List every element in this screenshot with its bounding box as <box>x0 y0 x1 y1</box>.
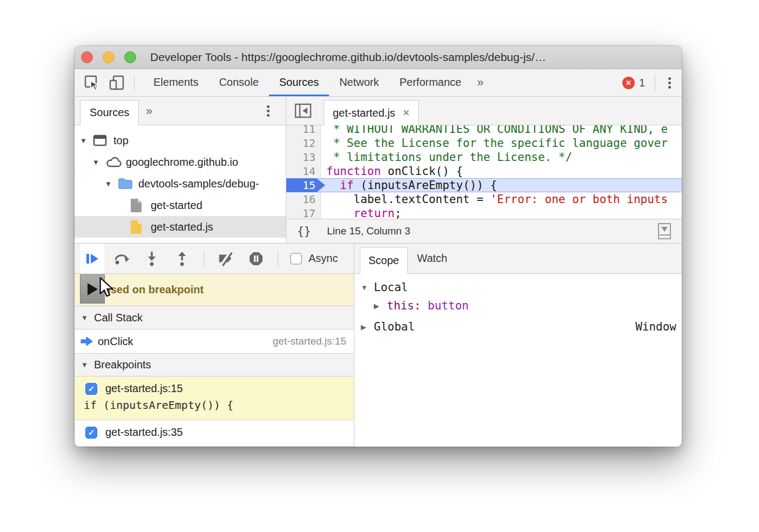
expand-arrow-icon[interactable]: ▼ <box>105 180 118 188</box>
debugger-area: Async Paused on breakpoint ▼ Call Stack … <box>75 243 682 447</box>
breakpoint-source-line: if (inputsAreEmpty()) { <box>84 398 347 412</box>
debugger-toolbar: Async <box>75 244 354 274</box>
code-line-12[interactable]: 12 * See the License for the specific la… <box>286 136 682 150</box>
breakpoint-checkbox[interactable] <box>85 427 97 439</box>
zoom-window-button[interactable] <box>124 51 136 63</box>
minimize-window-button[interactable] <box>103 51 115 63</box>
resume-icon <box>85 253 99 265</box>
more-panels-icon[interactable]: » <box>472 76 489 90</box>
more-navigator-tabs-icon[interactable]: » <box>140 97 158 125</box>
call-stack-header[interactable]: ▼ Call Stack <box>75 306 354 329</box>
expand-arrow-icon[interactable]: ▶ <box>374 302 387 310</box>
paused-banner: Paused on breakpoint <box>75 274 354 306</box>
code-line-11[interactable]: 11 * WITHOUT WARRANTIES OR CONDITIONS OF… <box>286 125 682 136</box>
file-icon <box>130 198 151 213</box>
line-number[interactable]: 16 <box>286 192 321 206</box>
code-lines: 11 * WITHOUT WARRANTIES OR CONDITIONS OF… <box>286 125 682 219</box>
step-over-button[interactable] <box>113 250 130 267</box>
collapse-icon: ▼ <box>81 361 94 369</box>
file-tree: ▼top▼googlechrome.github.io▼devtools-sam… <box>75 125 286 238</box>
tab-performance[interactable]: Performance <box>389 69 472 96</box>
expand-arrow-icon[interactable]: ▶ <box>361 323 374 331</box>
device-toolbar-icon[interactable] <box>108 74 125 91</box>
scope-entry-this[interactable]: ▶this: button <box>354 297 682 315</box>
code-editor[interactable]: 11 * WITHOUT WARRANTIES OR CONDITIONS OF… <box>286 125 682 219</box>
tab-elements[interactable]: Elements <box>143 69 209 96</box>
code-text: if (inputsAreEmpty()) { <box>325 178 682 192</box>
scope-name: Local <box>374 281 408 294</box>
error-icon[interactable] <box>622 77 635 89</box>
breakpoint-location: get-started.js:15 <box>105 382 183 395</box>
line-number[interactable]: 12 <box>286 136 321 150</box>
code-line-17[interactable]: 17 return; <box>286 206 682 219</box>
breakpoint-row: get-started.js:15 <box>85 382 347 395</box>
scope-entry-global[interactable]: ▶GlobalWindow <box>354 318 682 336</box>
expand-panel-icon[interactable] <box>658 223 671 239</box>
inspect-element-icon[interactable] <box>83 74 100 91</box>
editor-tab-get-started-js[interactable]: get-started.js × <box>324 100 419 125</box>
line-number[interactable]: 11 <box>286 125 321 136</box>
tree-item-googlechrome-github-io[interactable]: ▼googlechrome.github.io <box>75 151 286 173</box>
code-text: label.textContent = 'Error: one or both … <box>321 192 682 206</box>
expand-arrow-icon[interactable]: ▼ <box>92 158 105 166</box>
tree-item-get-started[interactable]: get-started <box>75 194 286 216</box>
code-line-16[interactable]: 16 label.textContent = 'Error: one or bo… <box>286 192 682 206</box>
step-into-button[interactable] <box>143 250 160 267</box>
main-menu-icon[interactable] <box>668 82 671 84</box>
breakpoint-item[interactable]: get-started.js:35 <box>75 420 354 447</box>
resume-script-button[interactable] <box>80 244 104 273</box>
frame-location: get-started.js:15 <box>273 335 346 347</box>
close-window-button[interactable] <box>81 51 93 63</box>
breakpoint-checkbox[interactable] <box>85 383 97 395</box>
async-checkbox[interactable] <box>290 253 302 265</box>
call-stack-frame[interactable]: onClickget-started.js:15 <box>75 329 354 353</box>
titlebar[interactable]: Developer Tools - https://googlechrome.g… <box>75 46 682 69</box>
expand-arrow-icon[interactable]: ▼ <box>361 284 374 292</box>
line-number[interactable]: 17 <box>286 206 321 219</box>
scope-entry-local[interactable]: ▼Local <box>354 278 682 297</box>
pause-on-exceptions-button[interactable] <box>247 250 265 267</box>
tree-item-label: get-started <box>151 199 203 212</box>
navigator-menu-icon[interactable] <box>267 110 270 112</box>
line-number[interactable]: 13 <box>286 150 321 164</box>
scope-content: ▼Local▶this: button▶GlobalWindow <box>354 274 682 336</box>
toggle-sidebar-icon[interactable] <box>294 102 312 120</box>
devtools-window: Developer Tools - https://googlechrome.g… <box>75 46 682 447</box>
breakpoints-header[interactable]: ▼ Breakpoints <box>75 353 354 376</box>
deactivate-breakpoints-button[interactable] <box>217 250 234 267</box>
tree-item-devtools-samples-debug-[interactable]: ▼devtools-samples/debug- <box>75 173 286 194</box>
scope-watch-pane: ScopeWatch ▼Local▶this: button▶GlobalWin… <box>354 244 682 447</box>
tree-item-get-started-js[interactable]: get-started.js <box>75 216 286 238</box>
scope-value: Window <box>635 320 676 333</box>
code-line-14[interactable]: 14function onClick() { <box>286 164 682 178</box>
code-line-13[interactable]: 13 * limitations under the License. */ <box>286 150 682 164</box>
toolbar-divider <box>278 251 278 267</box>
frame-icon <box>93 134 113 146</box>
expand-arrow-icon[interactable]: ▼ <box>80 137 93 145</box>
traffic-lights <box>81 46 136 69</box>
scope-tabbar: ScopeWatch <box>354 244 682 274</box>
breakpoints-list: get-started.js:15if (inputsAreEmpty()) {… <box>75 376 354 447</box>
tab-watch[interactable]: Watch <box>413 244 452 273</box>
toolbar-divider <box>134 75 135 91</box>
tab-scope[interactable]: Scope <box>360 247 408 274</box>
editor-statusbar: {} Line 15, Column 3 <box>286 219 682 243</box>
code-text: return; <box>321 206 682 219</box>
execution-line-marker[interactable]: 15 <box>286 178 325 192</box>
line-number[interactable]: 14 <box>286 164 321 178</box>
navigator-tab-sources[interactable]: Sources <box>80 100 139 125</box>
tree-item-label: top <box>113 134 129 147</box>
breakpoint-item[interactable]: get-started.js:15if (inputsAreEmpty()) { <box>75 376 354 420</box>
close-tab-icon[interactable]: × <box>403 106 410 120</box>
tab-console[interactable]: Console <box>209 69 268 96</box>
editor-tabbar: get-started.js × <box>286 97 682 125</box>
tab-sources[interactable]: Sources <box>269 69 329 96</box>
debugger-sidebar: Async Paused on breakpoint ▼ Call Stack … <box>75 244 354 447</box>
pretty-print-icon[interactable]: {} <box>297 225 311 238</box>
tab-network[interactable]: Network <box>329 69 389 96</box>
play-icon <box>88 283 98 295</box>
tree-item-top[interactable]: ▼top <box>75 130 286 151</box>
step-out-button[interactable] <box>173 250 191 267</box>
window-title: Developer Tools - https://googlechrome.g… <box>150 46 674 69</box>
code-line-15[interactable]: 15 if (inputsAreEmpty()) { <box>286 178 682 192</box>
